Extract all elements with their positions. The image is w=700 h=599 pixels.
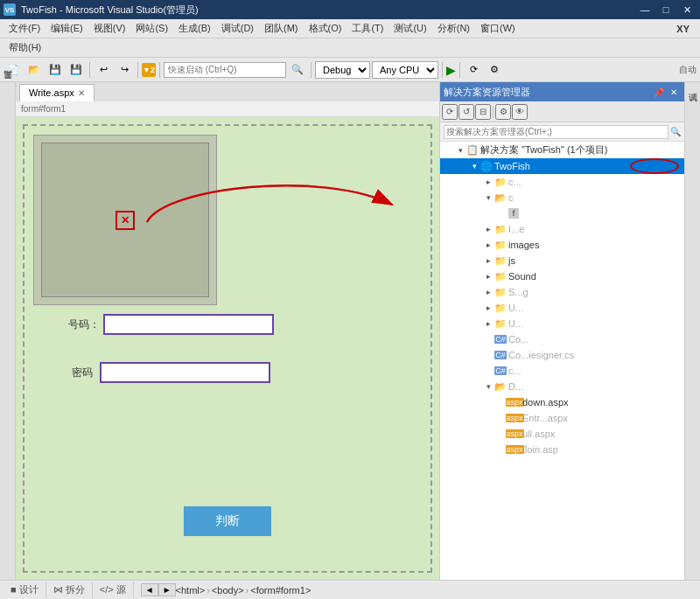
menu-window[interactable]: 窗口(W) [475, 20, 521, 37]
breadcrumb-html[interactable]: <html> [176, 585, 206, 596]
field-input-1[interactable] [103, 314, 274, 335]
tree-item-ull[interactable]: aspx ull.aspx [440, 426, 684, 442]
split-tab[interactable]: ⋈ 拆分 [46, 582, 93, 598]
panel-pin-button[interactable]: 📌 [652, 85, 666, 99]
debug-label[interactable]: 调试 [687, 82, 699, 89]
maximize-button[interactable]: □ [656, 0, 676, 19]
main-container: 工具箱 Write.aspx ✕ form#form1 ✕ [0, 82, 700, 580]
menu-build[interactable]: 生成(B) [173, 20, 216, 37]
undo-button[interactable]: ↩ [94, 60, 113, 80]
tree-item-sound[interactable]: ▸ 📁 Sound [440, 268, 684, 284]
tree-item-2[interactable]: ▸ 📁 I...e [440, 221, 684, 237]
breadcrumb-form[interactable]: <form#form1> [250, 585, 311, 596]
menu-team[interactable]: 团队(M) [259, 20, 304, 37]
toolbar-sep-6 [459, 62, 460, 78]
close-button[interactable]: ✕ [677, 0, 696, 19]
quick-search-input[interactable] [164, 62, 286, 78]
tree-item-u2[interactable]: ▸ 📁 U... [440, 316, 684, 331]
minimize-button[interactable]: — [635, 0, 654, 19]
chevron-right-icon-6[interactable]: ▸ [482, 286, 494, 298]
panel-filter-button[interactable]: ⚙ [495, 104, 511, 120]
panel-controls[interactable]: 📌 ✕ [652, 85, 681, 99]
design-canvas[interactable]: ✕ 号码： 密码 判断 [16, 117, 439, 580]
menu-view[interactable]: 视图(V) [88, 20, 131, 37]
toolbar-sep-3 [159, 62, 160, 78]
save-button[interactable]: 💾 [46, 60, 65, 80]
refresh-button[interactable]: ⟳ [464, 60, 483, 80]
new-file-button[interactable]: 📄 [4, 60, 23, 80]
menu-format[interactable]: 格式(O) [304, 20, 347, 37]
panel-collapse-button[interactable]: ⊟ [475, 104, 491, 120]
judge-button[interactable]: 判断 [184, 506, 271, 536]
tree-item-u1[interactable]: ▸ 📁 U... [440, 300, 684, 316]
search-icon-button[interactable]: 🔍 [288, 60, 307, 80]
field-input-2[interactable] [100, 362, 270, 383]
title-text: TwoFish - Microsoft Visual Studio(管理员) [21, 3, 199, 17]
redo-button[interactable]: ↪ [115, 60, 134, 80]
settings-icon[interactable]: ⚙ [485, 60, 504, 80]
tree-item-entry[interactable]: aspx Entr...aspx [440, 410, 684, 426]
tree-item-0[interactable]: ▸ 📁 c... [440, 174, 684, 190]
tree-item-co1[interactable]: C# Co... [440, 331, 684, 347]
menu-analyze[interactable]: 分析(N) [432, 20, 475, 37]
panel-refresh-button[interactable]: ↺ [458, 104, 474, 120]
menu-tools[interactable]: 工具(T) [346, 20, 388, 37]
nav-next-button[interactable]: ► [158, 583, 176, 596]
chevron-right-icon-5[interactable]: ▸ [482, 270, 494, 282]
tree-item-d[interactable]: ▾ 📂 D... [440, 379, 684, 394]
tree-label-js: js [508, 255, 515, 266]
platform-dropdown[interactable]: Any CPU [372, 61, 438, 79]
menu-bar-2: 帮助(H) [0, 38, 700, 58]
menu-edit[interactable]: 编辑(E) [46, 20, 88, 37]
chevron-right-icon-2[interactable]: ▸ [482, 223, 494, 235]
design-tab[interactable]: ■ 设计 [4, 582, 46, 598]
tree-label-images: images [508, 240, 539, 250]
source-tab[interactable]: </> 源 [93, 582, 134, 598]
aspx-icon-join: aspx [508, 443, 521, 456]
tree-item-s[interactable]: ▸ 📁 S...g [440, 284, 684, 300]
menu-help[interactable]: 帮助(H) [4, 39, 46, 56]
tab-close-icon[interactable]: ✕ [78, 88, 85, 98]
panel-close-button[interactable]: ✕ [667, 85, 681, 99]
tree-label-s: S...g [508, 287, 528, 297]
write-aspx-tab[interactable]: Write.aspx ✕ [19, 84, 94, 101]
chevron-right-icon-4[interactable]: ▸ [482, 254, 494, 267]
breadcrumb-body[interactable]: <body> [212, 585, 244, 596]
breadcrumb-text: form#form1 [21, 104, 66, 114]
tree-item-down[interactable]: aspx down.aspx [440, 394, 684, 410]
folder-icon-images: 📁 [494, 239, 507, 251]
menu-debug[interactable]: 调试(D) [216, 20, 259, 37]
title-bar-controls[interactable]: — □ ✕ [635, 0, 696, 19]
nav-prev-button[interactable]: ◄ [141, 583, 158, 596]
solution-tree[interactable]: ▾ 📋 解决方案 "TwoFish" (1个项目) ▾ 🌐 TwoFish ▸ … [440, 142, 684, 580]
chevron-down-icon-2[interactable]: ▾ [468, 160, 480, 172]
menu-test[interactable]: 测试(U) [388, 20, 431, 37]
tree-item-c[interactable]: C# c... [440, 363, 684, 379]
panel-search-input[interactable] [444, 125, 668, 139]
tree-item-js[interactable]: ▸ 📁 js [440, 253, 684, 268]
start-button[interactable]: ▶ [446, 63, 456, 77]
chevron-right-icon[interactable]: ▸ [482, 176, 494, 188]
chevron-down-icon-3[interactable]: ▾ [482, 192, 494, 204]
chevron-right-icon-3[interactable]: ▸ [482, 239, 494, 251]
broken-image-icon: ✕ [116, 211, 135, 230]
panel-sync-button[interactable]: ⟳ [442, 104, 458, 120]
menu-file[interactable]: 文件(F) [4, 20, 46, 37]
tree-solution-root[interactable]: ▾ 📋 解决方案 "TwoFish" (1个项目) [440, 142, 684, 158]
tree-item-join[interactable]: aspx Join.asp [440, 442, 684, 457]
chevron-down-icon-4[interactable]: ▾ [482, 380, 494, 393]
tree-item-file-1[interactable]: f [440, 205, 684, 221]
tree-item-co2[interactable]: C# Co...iesigner.cs [440, 347, 684, 363]
tree-item-1[interactable]: ▾ 📂 c [440, 190, 684, 205]
save-all-button[interactable]: 💾 [66, 60, 86, 80]
chevron-right-icon-8[interactable]: ▸ [482, 317, 494, 330]
menu-site[interactable]: 网站(S) [130, 20, 173, 37]
tree-item-images[interactable]: ▸ 📁 images [440, 237, 684, 253]
debug-config-dropdown[interactable]: Debug [315, 61, 370, 79]
panel-preview-button[interactable]: 👁 [512, 104, 528, 120]
tree-project-twofish[interactable]: ▾ 🌐 TwoFish [440, 158, 684, 174]
open-file-button[interactable]: 📂 [24, 60, 44, 80]
chevron-down-icon[interactable]: ▾ [454, 144, 466, 157]
toolbox-label[interactable]: 工具箱 [2, 82, 14, 89]
chevron-right-icon-7[interactable]: ▸ [482, 302, 494, 314]
